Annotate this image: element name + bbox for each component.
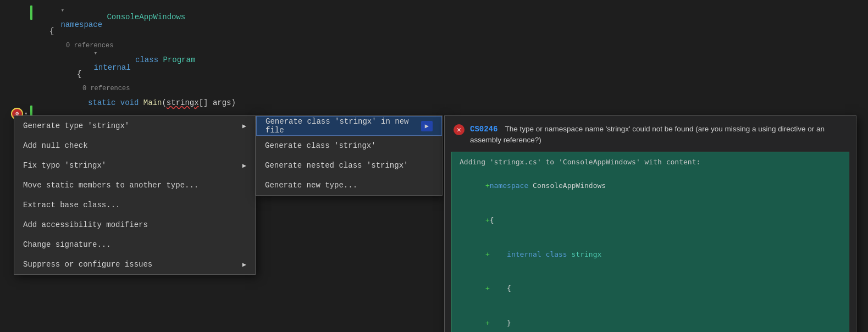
green-bar-1 <box>30 5 32 20</box>
preview-line-2: +{ <box>460 203 841 237</box>
code-preview-box: Adding 'stringx.cs' to 'ConsoleAppWindow… <box>451 152 849 333</box>
context-menu: Generate type 'stringx' ▶ Add null check… <box>14 115 256 275</box>
menu-item-extract-base[interactable]: Extract base class... <box>14 195 255 215</box>
sub-menu: Generate class 'stringx' in new file ▶ G… <box>256 115 443 196</box>
menu-item-move-static[interactable]: Move static members to another type... <box>14 175 255 195</box>
sub-menu-item-new-type[interactable]: Generate new type... <box>256 175 442 195</box>
error-code: CS0246 <box>470 125 497 134</box>
code-line-1: ▾ namespace ConsoleAppWindows <box>0 10 868 24</box>
preview-line-4: + { <box>460 272 841 306</box>
collapse-icon-1[interactable]: ▾ <box>60 7 64 14</box>
arrow-icon-0: ▶ <box>242 122 246 130</box>
menu-item-suppress[interactable]: Suppress or configure issues ▶ <box>14 254 255 274</box>
sub-menu-item-nested-class[interactable]: Generate nested class 'stringx' <box>256 156 442 175</box>
menu-item-generate-type[interactable]: Generate type 'stringx' ▶ <box>14 116 255 136</box>
arrow-icon-2: ▶ <box>242 162 246 170</box>
sub-menu-item-new-file[interactable]: Generate class 'stringx' in new file ▶ <box>256 116 442 136</box>
preview-line-5: + } <box>460 306 841 332</box>
preview-label: Adding 'stringx.cs' to 'ConsoleAppWindow… <box>460 158 841 166</box>
error-content: CS0246 The type or namespace name 'strin… <box>470 124 847 146</box>
error-circle-icon: ✕ <box>454 124 465 135</box>
menu-item-accessibility[interactable]: Add accessibility modifiers <box>14 215 255 235</box>
arrow-icon-7: ▶ <box>242 261 246 269</box>
error-panel: ✕ CS0246 The type or namespace name 'str… <box>444 115 856 332</box>
code-line-7: static void Main ( stringx [] args ) <box>5 96 868 110</box>
preview-line-3: + internal class stringx <box>460 237 841 272</box>
error-header: ✕ CS0246 The type or namespace name 'str… <box>445 116 856 152</box>
menu-item-fix-typo[interactable]: Fix typo 'stringx' ▶ <box>14 156 255 175</box>
preview-line-1: +namespace ConsoleAppWindows <box>460 169 841 203</box>
code-line-4: ▾ internal class Program <box>0 53 868 67</box>
menu-item-add-null-check[interactable]: Add null check <box>14 136 255 156</box>
collapse-icon-2[interactable]: ▾ <box>93 50 97 57</box>
error-message: The type or namespace name 'stringx' cou… <box>470 125 825 144</box>
submenu-arrow-0: ▶ <box>421 121 433 131</box>
sub-menu-item-class[interactable]: Generate class 'stringx' <box>256 136 442 156</box>
menu-item-change-signature[interactable]: Change signature... <box>14 235 255 254</box>
